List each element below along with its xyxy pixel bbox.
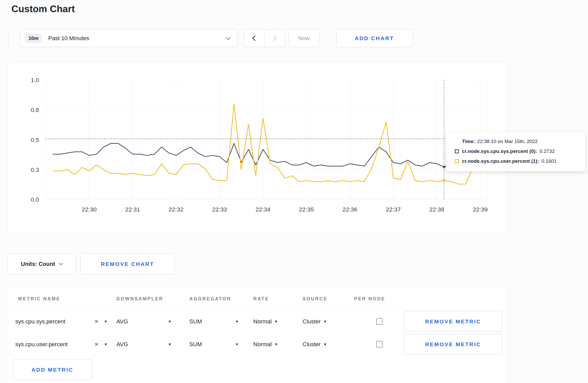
dropdown-caret-icon: ▼ (104, 320, 108, 323)
now-button[interactable]: Now (289, 29, 319, 47)
chevron-down-icon (226, 35, 230, 40)
tooltip-series-name: cr.node.sys.cpu.user.percent (1): (462, 158, 539, 164)
series-sys-swatch-icon (455, 149, 459, 153)
chart-svg: 1.00.80.50.30.022:3022:3122:3222:3322:34… (8, 62, 507, 233)
tooltip-series-name: cr.node.sys.cpu.sys.percent (0): (462, 148, 537, 154)
remove-metric-button[interactable]: REMOVE METRIC (404, 311, 502, 332)
svg-text:1.0: 1.0 (31, 77, 39, 83)
aggregator-value: SUM (189, 318, 202, 325)
header-rate: RATE (253, 296, 303, 302)
rate-select[interactable]: Normal ▼ (253, 318, 303, 325)
add-metric-button[interactable]: ADD METRIC (13, 359, 92, 380)
rate-value: Normal (253, 318, 272, 325)
dropdown-caret-icon: ▼ (168, 320, 172, 323)
header-per-node: PER NODE (354, 296, 404, 302)
svg-text:22:39: 22:39 (473, 206, 488, 213)
row-actions: REMOVE METRIC (404, 334, 507, 354)
toolbar-divider (9, 29, 9, 47)
dropdown-caret-icon: ▼ (274, 320, 278, 323)
clear-metric-icon[interactable]: ✕ (94, 341, 99, 347)
chevron-left-icon (252, 36, 257, 41)
svg-text:22:32: 22:32 (169, 206, 184, 213)
svg-text:22:36: 22:36 (342, 206, 357, 213)
dropdown-caret-icon: ▼ (323, 342, 327, 346)
svg-text:0.8: 0.8 (31, 107, 39, 113)
time-prev-button[interactable] (244, 29, 264, 47)
tooltip-series-value: 0.2732 (540, 148, 555, 154)
downsampler-value: AVG (116, 318, 128, 325)
tooltip-time-value: 22:38:10 on Mar 15th, 2022 (477, 139, 537, 144)
dropdown-caret-icon: ▼ (235, 320, 239, 323)
svg-text:0.5: 0.5 (31, 137, 39, 143)
source-select[interactable]: Cluster ▼ (303, 341, 354, 348)
svg-text:22:30: 22:30 (82, 206, 96, 213)
svg-text:22:34: 22:34 (256, 206, 271, 213)
metric-name-value: sys.cpu.sys.percent (15, 318, 65, 325)
aggregator-value: SUM (189, 341, 202, 348)
metric-name-select[interactable]: sys.cpu.user.percent ✕ ▼ (15, 341, 116, 348)
downsampler-value: AVG (116, 341, 128, 348)
metric-name-value: sys.cpu.user.percent (15, 341, 68, 348)
chart-tooltip: Time:22:38:10 on Mar 15th, 2022 cr.node.… (446, 132, 585, 171)
time-nav-group (244, 29, 285, 47)
header-source: SOURCE (303, 296, 354, 302)
source-value: Cluster (303, 341, 321, 348)
svg-text:0.3: 0.3 (31, 166, 39, 173)
svg-text:22:31: 22:31 (125, 206, 140, 213)
tooltip-time-label: Time: (462, 139, 475, 144)
page-title: Custom Chart (0, 0, 588, 15)
toolbar: 10m Past 10 Minutes Now ADD CHART (9, 29, 588, 47)
source-select[interactable]: Cluster ▼ (303, 318, 354, 325)
metrics-table-header: METRIC NAME DOWNSAMPLER AGGREGATOR RATE … (8, 288, 507, 310)
tooltip-series-row: cr.node.sys.cpu.user.percent (1): 0.1601 (455, 158, 579, 164)
source-value: Cluster (303, 318, 321, 325)
metrics-table: METRIC NAME DOWNSAMPLER AGGREGATOR RATE … (8, 288, 507, 383)
metric-name-select[interactable]: sys.cpu.sys.percent ✕ ▼ (15, 318, 116, 325)
chart-panel: 1.00.80.50.30.022:3022:3122:3222:3322:34… (8, 62, 507, 233)
add-chart-button[interactable]: ADD CHART (336, 29, 412, 47)
row-actions: REMOVE METRIC (404, 311, 507, 332)
remove-metric-button[interactable]: REMOVE METRIC (404, 334, 502, 354)
time-window-badge: 10m (25, 34, 41, 43)
downsampler-select[interactable]: AVG ▼ (116, 318, 189, 325)
metric-row: sys.cpu.sys.percent ✕ ▼ AVG ▼ SUM ▼ Norm… (8, 310, 507, 333)
svg-text:22:38: 22:38 (429, 206, 444, 213)
per-node-checkbox[interactable] (376, 341, 383, 347)
series-user-swatch-icon (455, 159, 459, 163)
svg-text:0.0: 0.0 (31, 196, 39, 203)
per-node-cell (354, 341, 404, 347)
rate-select[interactable]: Normal ▼ (253, 341, 303, 348)
units-label: Units: Count (21, 261, 55, 267)
aggregator-select[interactable]: SUM ▼ (189, 341, 253, 348)
clear-metric-icon[interactable]: ✕ (94, 318, 99, 325)
chevron-right-icon (271, 36, 277, 41)
dropdown-caret-icon: ▼ (274, 342, 278, 346)
chart-controls: Units: Count REMOVE CHART (8, 253, 588, 274)
svg-text:22:35: 22:35 (299, 206, 314, 213)
dropdown-caret-icon: ▼ (168, 342, 172, 346)
aggregator-select[interactable]: SUM ▼ (189, 318, 253, 325)
dropdown-caret-icon: ▼ (235, 342, 239, 346)
chevron-down-icon (59, 261, 63, 265)
time-window-selector[interactable]: 10m Past 10 Minutes (20, 29, 237, 47)
tooltip-series-value: 0.1601 (542, 158, 557, 164)
chart-canvas[interactable]: 1.00.80.50.30.022:3022:3122:3222:3322:34… (8, 62, 507, 233)
custom-chart-page: Custom Chart 10m Past 10 Minutes Now ADD… (0, 0, 588, 383)
dropdown-caret-icon: ▼ (323, 320, 327, 323)
per-node-cell (354, 318, 404, 325)
remove-chart-button[interactable]: REMOVE CHART (80, 253, 174, 274)
header-metric-name: METRIC NAME (15, 296, 116, 302)
header-downsampler: DOWNSAMPLER (116, 296, 189, 302)
metric-row: sys.cpu.user.percent ✕ ▼ AVG ▼ SUM ▼ Nor… (8, 333, 507, 356)
svg-text:22:37: 22:37 (386, 206, 401, 213)
tooltip-time-row: Time:22:38:10 on Mar 15th, 2022 (462, 139, 579, 144)
time-window-label: Past 10 Minutes (48, 35, 89, 42)
rate-value: Normal (253, 341, 272, 348)
time-next-button[interactable] (264, 29, 285, 47)
svg-text:22:33: 22:33 (212, 206, 227, 213)
downsampler-select[interactable]: AVG ▼ (116, 341, 189, 348)
tooltip-series-row: cr.node.sys.cpu.sys.percent (0): 0.2732 (455, 148, 579, 154)
dropdown-caret-icon: ▼ (104, 342, 108, 346)
units-dropdown[interactable]: Units: Count (8, 253, 76, 274)
per-node-checkbox[interactable] (376, 318, 383, 325)
